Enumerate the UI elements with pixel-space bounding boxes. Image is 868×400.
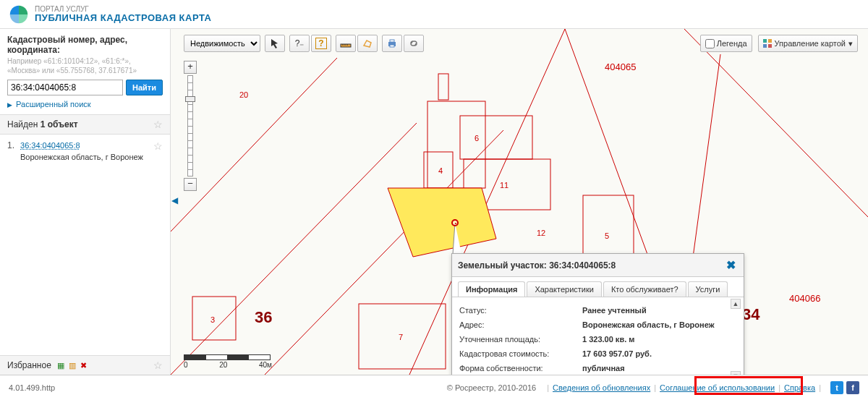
version-label: 4.01.499.http — [9, 383, 55, 392]
selected-marker-icon — [451, 219, 459, 226]
parcel-label: 6 — [475, 134, 479, 142]
legend-toggle[interactable]: Легенда — [700, 35, 752, 52]
quarter-label: 404065 — [605, 61, 636, 72]
collapse-sidebar-icon[interactable]: ◀ — [171, 192, 178, 209]
parcel-label: 20 — [239, 90, 248, 99]
header-title: ПУБЛИЧНАЯ КАДАСТРОВАЯ КАРТА — [35, 13, 211, 23]
parcel-label: 3 — [210, 315, 215, 324]
parcel-label: 7 — [399, 333, 403, 341]
info-row: Кадастровая стоимость:17 603 957.07 руб. — [459, 346, 736, 361]
rosreestr-logo — [9, 4, 29, 25]
search-input[interactable] — [7, 80, 123, 95]
parcel-label: 4 — [438, 166, 443, 175]
measure-distance-icon[interactable] — [336, 35, 356, 52]
favorites-link[interactable]: Избранное — [7, 360, 51, 370]
layers-dropdown[interactable]: Управление картой ▾ — [758, 35, 858, 52]
search-label: Кадастровый номер, адрес, координата: — [7, 35, 163, 55]
help-box-icon[interactable]: ? — [311, 35, 331, 52]
copyright: © Росреестр, 2010-2016 — [447, 383, 536, 392]
layer-type-select[interactable]: Недвижимость — [184, 35, 260, 52]
query-help-icon[interactable]: ?₋ — [289, 35, 310, 52]
svg-rect-9 — [427, 101, 485, 188]
info-row: Статус:Ранее учтенный — [459, 303, 736, 318]
legend-checkbox[interactable] — [705, 39, 715, 48]
block-label: 34 — [742, 305, 760, 324]
map-area[interactable]: 20 4 6 11 3 7 12 5 36 34 404065 404066 Н… — [171, 29, 868, 375]
sidebar: Кадастровый номер, адрес, координата: На… — [0, 29, 171, 375]
zoom-in-button[interactable]: + — [184, 61, 197, 74]
scale-bar: 0 20 40м — [184, 354, 272, 369]
zoom-control: + − — [184, 61, 197, 191]
svg-rect-25 — [768, 44, 772, 48]
zoom-out-button[interactable]: − — [184, 178, 197, 191]
tab-characteristics[interactable]: Характеристики — [527, 281, 602, 297]
parcel-info-popup: Земельный участок: 36:34:0404065:8 ✖ Инф… — [451, 253, 744, 375]
favorites-delete-icon[interactable]: ✖ — [79, 360, 89, 370]
favorites-csv-icon[interactable]: ▥ — [67, 360, 77, 370]
svg-rect-21 — [390, 45, 394, 47]
parcel-label: 12 — [537, 229, 545, 237]
result-address: Воронежская область, г Воронеж — [20, 153, 163, 161]
footer-updates-link[interactable]: Сведения об обновлениях — [553, 383, 650, 392]
result-number: 1. — [7, 140, 14, 161]
results-heading: Найден 1 объект — [7, 119, 78, 129]
info-row: Уточненная площадь:1 323.00 кв. м — [459, 332, 736, 346]
tab-info[interactable]: Информация — [458, 281, 525, 297]
advanced-search-link[interactable]: Расширенный поиск — [16, 100, 91, 108]
chevron-down-icon: ▾ — [848, 39, 853, 48]
popup-title: Земельный участок: 36:34:0404065:8 — [458, 260, 616, 271]
facebook-icon[interactable]: f — [846, 381, 859, 394]
measure-area-icon[interactable] — [357, 35, 378, 52]
svg-rect-20 — [390, 40, 394, 42]
svg-rect-22 — [763, 39, 767, 43]
block-label: 36 — [255, 308, 272, 327]
scroll-up-icon[interactable]: ▲ — [731, 299, 741, 309]
scroll-down-icon[interactable]: ▼ — [731, 371, 741, 375]
link-icon[interactable] — [404, 35, 424, 52]
svg-line-5 — [684, 29, 868, 217]
result-item[interactable]: 1. 36:34:0404065:8 ☆ Воронежская область… — [7, 139, 163, 163]
svg-line-1 — [171, 123, 417, 375]
zoom-slider-handle[interactable] — [185, 96, 195, 102]
svg-rect-24 — [763, 44, 767, 48]
svg-rect-23 — [768, 39, 772, 43]
favorites-excel-icon[interactable]: ▦ — [56, 360, 66, 370]
star-icon[interactable]: ☆ — [153, 359, 163, 371]
parcel-label: 11 — [500, 181, 509, 190]
parcel-label: 5 — [605, 231, 609, 240]
tab-served-by[interactable]: Кто обслуживает? — [603, 281, 686, 297]
search-hint: Например «61:6:10104:12», «61:6:*», «Мос… — [7, 56, 163, 75]
info-row: Адрес:Воронежская область, г Воронеж — [459, 318, 736, 332]
star-icon[interactable]: ☆ — [153, 140, 163, 152]
footer: 4.01.499.http © Росреестр, 2010-2016 | С… — [0, 375, 868, 399]
result-id-link[interactable]: 36:34:0404065:8 — [20, 141, 80, 150]
twitter-icon[interactable]: t — [830, 381, 843, 394]
footer-help-link[interactable]: Справка — [784, 383, 815, 392]
star-icon[interactable]: ☆ — [153, 119, 163, 130]
expand-icon: ▶ — [7, 101, 12, 108]
layers-icon — [763, 39, 772, 48]
quarter-label: 404066 — [789, 293, 820, 304]
pointer-tool-icon[interactable] — [265, 35, 285, 52]
info-row: Форма собственности:публичная — [459, 361, 736, 375]
close-icon[interactable]: ✖ — [724, 258, 738, 272]
print-icon[interactable] — [382, 35, 402, 52]
zoom-slider-track[interactable] — [187, 75, 193, 176]
footer-terms-link[interactable]: Соглашение об использовании — [660, 383, 775, 392]
svg-rect-15 — [341, 44, 351, 47]
find-button[interactable]: Найти — [126, 80, 163, 95]
svg-rect-13 — [438, 74, 448, 100]
tab-services[interactable]: Услуги — [688, 281, 728, 297]
